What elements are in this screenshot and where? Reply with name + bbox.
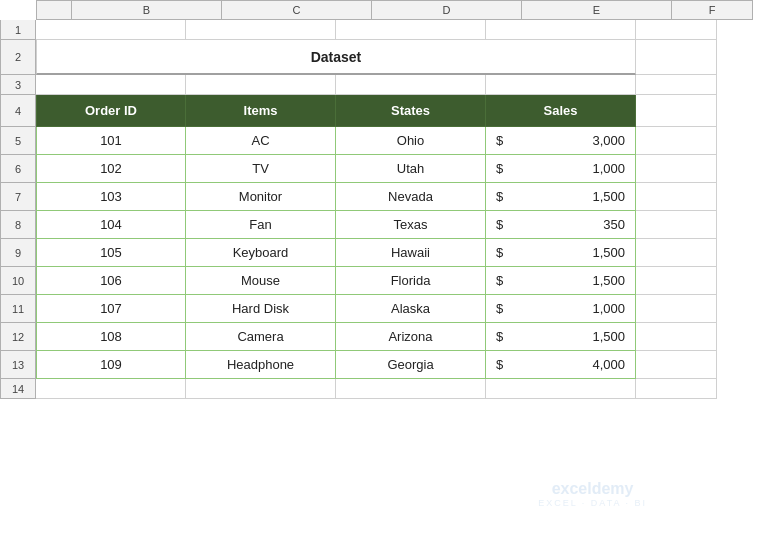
row-2: 2 Dataset	[0, 40, 767, 75]
cell-c9[interactable]: Keyboard	[186, 239, 336, 267]
cell-b13[interactable]: 109	[36, 351, 186, 379]
cell-d14[interactable]	[336, 379, 486, 399]
cell-c10[interactable]: Mouse	[186, 267, 336, 295]
cell-f3[interactable]	[636, 75, 717, 95]
row-num-11[interactable]: 11	[0, 295, 36, 323]
cell-f4[interactable]	[636, 95, 717, 127]
watermark: exceldemy EXCEL · DATA · BI	[538, 480, 647, 508]
row-8: 8 104 Fan Texas $ 350	[0, 211, 767, 239]
cell-c1[interactable]	[186, 20, 336, 40]
col-header-d[interactable]: D	[372, 0, 522, 20]
cell-b11[interactable]: 107	[36, 295, 186, 323]
row-10: 10 106 Mouse Florida $ 1,500	[0, 267, 767, 295]
row-3: 3	[0, 75, 767, 95]
cell-e14[interactable]	[486, 379, 636, 399]
header-items: Items	[186, 95, 336, 127]
cell-f9[interactable]	[636, 239, 717, 267]
cell-f5[interactable]	[636, 127, 717, 155]
cell-d3[interactable]	[336, 75, 486, 95]
cell-e1[interactable]	[486, 20, 636, 40]
cell-f11[interactable]	[636, 295, 717, 323]
header-order-id: Order ID	[36, 95, 186, 127]
cell-f14[interactable]	[636, 379, 717, 399]
cell-b5[interactable]: 101	[36, 127, 186, 155]
cell-d12[interactable]: Arizona	[336, 323, 486, 351]
cell-e8[interactable]: $ 350	[486, 211, 636, 239]
cell-f1[interactable]	[636, 20, 717, 40]
spreadsheet: B C D E F 1 2 Dataset 3 4 Order ID Items…	[0, 0, 767, 548]
col-header-f[interactable]: F	[672, 0, 753, 20]
cell-c5[interactable]: AC	[186, 127, 336, 155]
cell-c14[interactable]	[186, 379, 336, 399]
cell-f7[interactable]	[636, 183, 717, 211]
cell-c8[interactable]: Fan	[186, 211, 336, 239]
cell-d11[interactable]: Alaska	[336, 295, 486, 323]
row-5: 5 101 AC Ohio $ 3,000	[0, 127, 767, 155]
cell-e13[interactable]: $ 4,000	[486, 351, 636, 379]
cell-e7[interactable]: $ 1,500	[486, 183, 636, 211]
cell-f10[interactable]	[636, 267, 717, 295]
cell-e5[interactable]: $ 3,000	[486, 127, 636, 155]
col-header-c[interactable]: C	[222, 0, 372, 20]
cell-d7[interactable]: Nevada	[336, 183, 486, 211]
row-num-9[interactable]: 9	[0, 239, 36, 267]
row-9: 9 105 Keyboard Hawaii $ 1,500	[0, 239, 767, 267]
cell-d8[interactable]: Texas	[336, 211, 486, 239]
row-num-7[interactable]: 7	[0, 183, 36, 211]
row-num-4[interactable]: 4	[0, 95, 36, 127]
cell-e11[interactable]: $ 1,000	[486, 295, 636, 323]
cell-d9[interactable]: Hawaii	[336, 239, 486, 267]
row-6: 6 102 TV Utah $ 1,000	[0, 155, 767, 183]
cell-f13[interactable]	[636, 351, 717, 379]
row-num-12[interactable]: 12	[0, 323, 36, 351]
cell-b10[interactable]: 106	[36, 267, 186, 295]
cell-b8[interactable]: 104	[36, 211, 186, 239]
header-sales: Sales	[486, 95, 636, 127]
cell-c3[interactable]	[186, 75, 336, 95]
cell-c12[interactable]: Camera	[186, 323, 336, 351]
cell-e12[interactable]: $ 1,500	[486, 323, 636, 351]
row-num-8[interactable]: 8	[0, 211, 36, 239]
row-13: 13 109 Headphone Georgia $ 4,000	[0, 351, 767, 379]
col-header-a[interactable]	[36, 0, 72, 20]
cell-e6[interactable]: $ 1,000	[486, 155, 636, 183]
cell-c6[interactable]: TV	[186, 155, 336, 183]
cell-b1[interactable]	[36, 20, 186, 40]
cell-b7[interactable]: 103	[36, 183, 186, 211]
cell-e3[interactable]	[486, 75, 636, 95]
col-header-b[interactable]: B	[72, 0, 222, 20]
row-num-3[interactable]: 3	[0, 75, 36, 95]
cell-f6[interactable]	[636, 155, 717, 183]
row-12: 12 108 Camera Arizona $ 1,500	[0, 323, 767, 351]
cell-d6[interactable]: Utah	[336, 155, 486, 183]
cell-b6[interactable]: 102	[36, 155, 186, 183]
row-num-1[interactable]: 1	[0, 20, 36, 40]
dataset-title: Dataset	[36, 40, 636, 75]
row-11: 11 107 Hard Disk Alaska $ 1,000	[0, 295, 767, 323]
row-num-13[interactable]: 13	[0, 351, 36, 379]
cell-d1[interactable]	[336, 20, 486, 40]
row-1: 1	[0, 20, 767, 40]
cell-f2[interactable]	[636, 40, 717, 75]
cell-c11[interactable]: Hard Disk	[186, 295, 336, 323]
cell-b3[interactable]	[36, 75, 186, 95]
cell-f8[interactable]	[636, 211, 717, 239]
row-num-10[interactable]: 10	[0, 267, 36, 295]
cell-b14[interactable]	[36, 379, 186, 399]
cell-e9[interactable]: $ 1,500	[486, 239, 636, 267]
cell-f12[interactable]	[636, 323, 717, 351]
cell-b9[interactable]: 105	[36, 239, 186, 267]
cell-e10[interactable]: $ 1,500	[486, 267, 636, 295]
cell-d13[interactable]: Georgia	[336, 351, 486, 379]
cell-c7[interactable]: Monitor	[186, 183, 336, 211]
cell-b12[interactable]: 108	[36, 323, 186, 351]
header-row: 4 Order ID Items States Sales	[0, 95, 767, 127]
row-num-2[interactable]: 2	[0, 40, 36, 75]
cell-d10[interactable]: Florida	[336, 267, 486, 295]
col-header-e[interactable]: E	[522, 0, 672, 20]
cell-c13[interactable]: Headphone	[186, 351, 336, 379]
row-num-6[interactable]: 6	[0, 155, 36, 183]
row-num-5[interactable]: 5	[0, 127, 36, 155]
row-num-14[interactable]: 14	[0, 379, 36, 399]
cell-d5[interactable]: Ohio	[336, 127, 486, 155]
